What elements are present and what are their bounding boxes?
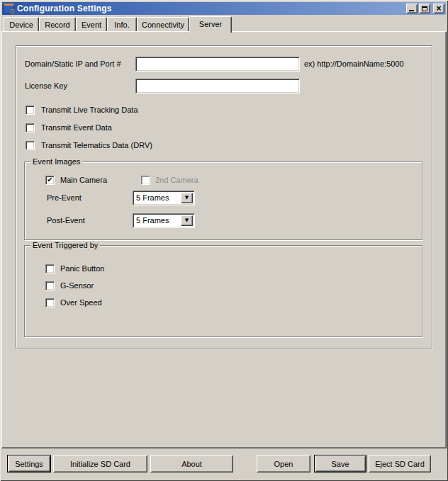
window-title: Configuration Settings (17, 4, 406, 13)
app-icon: ⚙ (4, 4, 14, 13)
event-images-group: Event Images (24, 162, 422, 240)
save-button[interactable]: Save (314, 455, 366, 472)
event-triggered-group: Event Triggered by (24, 245, 422, 337)
domain-ip-port-input[interactable] (135, 57, 300, 72)
transmit-telematics-label: Transmit Telematics Data (DRV) (41, 141, 152, 150)
maximize-button[interactable] (419, 4, 430, 13)
panic-button-checkbox[interactable] (45, 264, 55, 273)
eject-sd-card-button[interactable]: Eject SD Card (369, 455, 431, 472)
tab-info[interactable]: Info. (107, 17, 137, 31)
second-camera-checkbox (141, 176, 150, 185)
tab-strip: Device Record Event Info. Connectivity S… (1, 16, 447, 31)
second-camera-label: 2nd Camera (155, 176, 198, 185)
event-triggered-group-title: Event Triggered by (30, 241, 100, 250)
license-key-input[interactable] (135, 79, 300, 94)
check-icon: ✔ (47, 176, 52, 183)
post-event-label: Post-Event (47, 216, 85, 225)
over-speed-label: Over Speed (60, 298, 102, 307)
over-speed-checkbox[interactable] (45, 298, 55, 307)
transmit-telematics-checkbox[interactable] (26, 141, 35, 150)
event-images-group-title: Event Images (30, 157, 82, 166)
minimize-button[interactable] (406, 4, 418, 13)
domain-example-hint: ex) http://DomainName:5000 (304, 60, 404, 69)
configuration-settings-window: ⚙ Configuration Settings × Device Record… (0, 0, 448, 481)
initialize-sd-card-button[interactable]: Initialize SD Card (53, 455, 147, 472)
tab-event[interactable]: Event (76, 17, 107, 31)
maximize-icon (422, 6, 427, 11)
close-icon: × (436, 5, 441, 12)
main-camera-checkbox[interactable]: ✔ (45, 176, 55, 185)
transmit-event-data-label: Transmit Event Data (41, 123, 112, 132)
settings-button[interactable]: Settings (7, 455, 51, 472)
tab-device[interactable]: Device (4, 17, 39, 31)
pre-event-dropdown[interactable]: 5 Frames ▼ (133, 191, 195, 205)
main-camera-label: Main Camera (60, 176, 107, 185)
g-sensor-checkbox[interactable] (45, 281, 55, 290)
transmit-live-tracking-checkbox[interactable] (26, 106, 35, 115)
about-button[interactable]: About (150, 455, 233, 472)
titlebar[interactable]: ⚙ Configuration Settings × (2, 2, 446, 15)
pre-event-dropdown-button[interactable]: ▼ (181, 193, 193, 203)
pre-event-label: Pre-Event (47, 193, 82, 203)
minimize-icon (409, 10, 414, 11)
tab-connectivity[interactable]: Connectivity (137, 17, 189, 31)
tab-record[interactable]: Record (39, 17, 76, 31)
chevron-down-icon: ▼ (185, 218, 189, 223)
pre-event-value: 5 Frames (136, 193, 169, 203)
transmit-event-data-checkbox[interactable] (26, 123, 35, 132)
window-controls: × (406, 4, 444, 13)
post-event-value: 5 Frames (136, 216, 169, 225)
close-button[interactable]: × (433, 4, 444, 13)
transmit-live-tracking-label: Transmit Live Tracking Data (41, 106, 138, 115)
tab-server[interactable]: Server (189, 16, 232, 33)
post-event-dropdown[interactable]: 5 Frames ▼ (133, 213, 195, 228)
post-event-dropdown-button[interactable]: ▼ (181, 215, 193, 226)
server-tab-panel: Domain/Static IP and Port # ex) http://D… (1, 31, 447, 448)
domain-ip-port-label: Domain/Static IP and Port # (25, 60, 121, 69)
chevron-down-icon: ▼ (185, 196, 189, 200)
g-sensor-label: G-Sensor (60, 281, 94, 290)
panic-button-label: Panic Button (60, 264, 104, 273)
license-key-label: License Key (25, 81, 67, 91)
open-button[interactable]: Open (257, 455, 310, 472)
gear-icon: ⚙ (9, 8, 16, 16)
